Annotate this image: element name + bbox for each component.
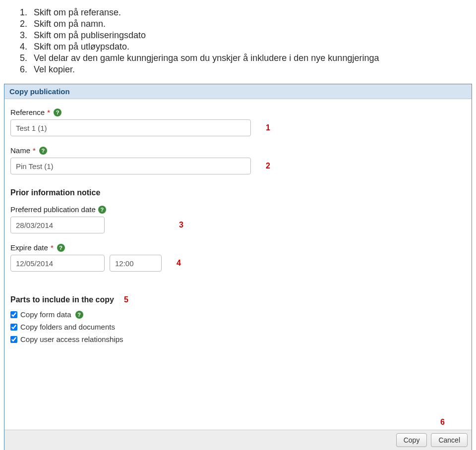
expire-input-row: 4 <box>10 255 466 272</box>
annotation-1: 1 <box>266 123 270 132</box>
expire-date-input[interactable] <box>10 255 105 272</box>
instruction-item: 6. Vel kopier. <box>20 64 456 75</box>
required-marker: * <box>47 108 50 116</box>
instruction-item: 2. Skift om på namn. <box>20 19 456 29</box>
expire-label: Expire date <box>10 243 48 252</box>
parts-title: Parts to include in the copy <box>10 295 114 304</box>
checkbox-row-form-data: Copy form data ? <box>10 310 466 319</box>
instruction-item: 3. Skift om på publiseringsdato <box>20 30 456 41</box>
required-marker: * <box>51 243 54 252</box>
help-icon[interactable]: ? <box>54 109 61 116</box>
form-body: Reference * ? 1 Name * ? 2 Prior informa… <box>4 99 472 353</box>
pub-date-label-row: Preferred publication date ? <box>10 205 466 214</box>
instructions-list: 1. Skift om på referanse. 2. Skift om på… <box>0 0 476 81</box>
reference-input[interactable] <box>10 119 251 136</box>
help-icon[interactable]: ? <box>75 311 83 319</box>
footer-area: 6 Copy Cancel <box>4 418 472 450</box>
expire-time-input[interactable] <box>110 255 162 272</box>
name-field-group: Name * ? 2 <box>10 146 466 174</box>
instruction-item: 4. Skift om på utløypsdato. <box>20 42 456 52</box>
instruction-text: Vel delar av den gamle kunngjeringa som … <box>34 53 379 63</box>
checkbox-row-folders: Copy folders and documents <box>10 323 466 331</box>
name-input-row: 2 <box>10 158 466 174</box>
instruction-num: 4. <box>20 42 34 52</box>
reference-label: Reference <box>10 108 45 116</box>
instruction-num: 3. <box>20 30 34 41</box>
pub-date-input[interactable] <box>10 217 105 233</box>
instruction-num: 1. <box>20 7 34 18</box>
instruction-text: Skift om på referanse. <box>34 7 121 18</box>
name-input[interactable] <box>10 158 251 174</box>
annotation-5: 5 <box>124 295 128 304</box>
prior-notice-title: Prior information notice <box>10 188 466 197</box>
instruction-num: 2. <box>20 19 34 29</box>
reference-field-group: Reference * ? 1 <box>10 108 466 136</box>
instruction-item: 1. Skift om på referanse. <box>20 7 456 18</box>
annotation-4: 4 <box>177 259 181 268</box>
expire-label-row: Expire date * ? <box>10 243 466 252</box>
cancel-button[interactable]: Cancel <box>431 433 468 447</box>
instruction-text: Skift om på namn. <box>34 19 106 29</box>
copy-folders-checkbox[interactable] <box>10 324 17 331</box>
instruction-text: Skift om på utløypsdato. <box>34 42 129 52</box>
parts-title-row: Parts to include in the copy 5 <box>10 295 466 304</box>
pub-date-field-group: Preferred publication date ? 3 <box>10 205 466 233</box>
instruction-text: Skift om på publiseringsdato <box>34 30 146 41</box>
name-label-row: Name * ? <box>10 146 466 155</box>
help-icon[interactable]: ? <box>39 147 47 155</box>
checkbox-label: Copy user access relationships <box>20 335 123 343</box>
help-icon[interactable]: ? <box>98 206 106 214</box>
copy-access-checkbox[interactable] <box>10 336 17 343</box>
copy-publication-panel: Copy publication Reference * ? 1 Name * … <box>4 84 472 450</box>
annotation-3: 3 <box>179 221 183 229</box>
instruction-num: 5. <box>20 53 34 63</box>
copy-form-data-checkbox[interactable] <box>10 311 17 318</box>
help-icon[interactable]: ? <box>57 244 65 252</box>
pub-date-label: Preferred publication date <box>10 205 96 214</box>
annotation-6: 6 <box>4 418 472 427</box>
instruction-text: Vel kopier. <box>34 64 75 75</box>
reference-input-row: 1 <box>10 119 466 136</box>
checkbox-label: Copy folders and documents <box>20 323 115 331</box>
pub-date-input-row: 3 <box>10 217 466 233</box>
checkbox-row-access: Copy user access relationships <box>10 335 466 343</box>
panel-title: Copy publication <box>4 84 472 99</box>
reference-label-row: Reference * ? <box>10 108 466 116</box>
required-marker: * <box>33 146 36 155</box>
button-bar: Copy Cancel <box>4 430 472 450</box>
copy-button[interactable]: Copy <box>396 433 427 447</box>
instruction-item: 5. Vel delar av den gamle kunngjeringa s… <box>20 53 456 63</box>
annotation-2: 2 <box>266 162 270 170</box>
expire-field-group: Expire date * ? 4 <box>10 243 466 272</box>
checkbox-label: Copy form data <box>20 310 71 319</box>
name-label: Name <box>10 146 30 155</box>
instruction-num: 6. <box>20 64 34 75</box>
